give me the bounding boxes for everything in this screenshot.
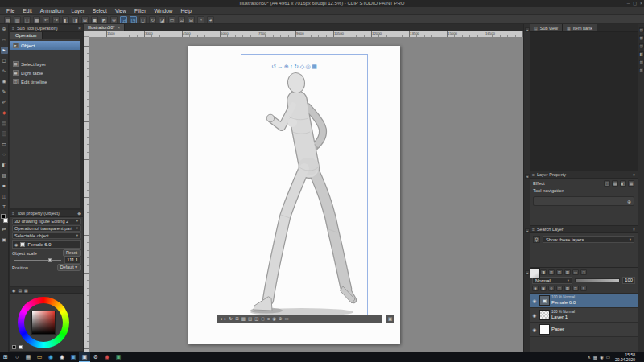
camera-angle-icon[interactable]: ◉ [272,315,276,323]
tray-chevron-icon[interactable]: ∧ [588,355,591,360]
pose-icon[interactable]: ◎ [306,64,311,70]
add-model-icon[interactable]: ⊕ [279,315,283,323]
reset-button[interactable]: Reset [63,249,80,257]
undo-icon[interactable]: ↶ [43,16,50,23]
ruler-top[interactable]: 1500300045006000750090001050012000135001… [89,31,523,37]
flip-view-icon[interactable]: ◪ [159,16,166,23]
subtool-scrollbar[interactable] [80,39,83,208]
dock-quick-access-icon[interactable]: ▤ [639,27,644,32]
switch-colors-icon[interactable]: ⇄ [1,226,8,233]
rotate-view-icon[interactable]: ↻ [149,16,156,23]
move-tool[interactable]: ↔ [1,36,8,43]
timeline-icon[interactable]: ◔ [197,16,204,23]
zoom-tool[interactable]: ⊕ [1,26,8,33]
eyedropper-tool[interactable]: ◉ [1,78,8,85]
ruler-left[interactable] [84,37,89,352]
dock-information-icon[interactable]: ◧ [639,51,644,56]
launcher-end[interactable]: ▣ [386,315,394,323]
task-view-icon[interactable]: ▦ [23,352,34,362]
save-icon[interactable]: ◫ [23,16,31,23]
panel-menu-icon[interactable]: ≡ [532,172,535,177]
object-scale-icon[interactable]: ◇ [300,64,304,70]
prev-pose-icon[interactable]: ◂ [220,315,222,323]
camera-pan-icon[interactable]: ↔ [277,64,283,70]
snap-to-special-ruler-icon[interactable]: ◳ [130,16,137,23]
fill-selection-icon[interactable]: ◩ [101,16,108,23]
tab-close-icon[interactable]: × [118,24,120,31]
subtool-item-light-table[interactable]: ▦Light table [10,68,83,77]
decoration-tool[interactable]: ░ [1,130,8,138]
pen-tool[interactable]: ✎ [1,88,8,96]
clip-studio-paint-icon[interactable]: ▣ [79,352,90,362]
tab-sub-view[interactable]: ▤Sub view [530,24,563,31]
visibility-eye-icon[interactable]: ◉ [14,242,18,247]
preset-dropdown[interactable]: 3D drawing figure Editing 2 ▾ [12,218,80,224]
text-tool[interactable]: T [1,204,8,211]
snap-to-ruler-icon[interactable]: ◲ [120,16,127,23]
panel-menu-icon[interactable]: ≡ [12,26,14,31]
menu-layer[interactable]: Layer [68,7,89,15]
menu-view[interactable]: View [111,7,130,15]
visibility-eye-icon[interactable]: ◉ [531,298,538,303]
model-list-icon[interactable]: ◻ [261,315,265,323]
taskbar-clock[interactable]: 15:58 20.04.2020 [613,352,638,362]
lock-transparent-icon[interactable]: ⊘ [548,286,555,291]
open-icon[interactable]: ▥ [14,16,21,23]
rotate-model-icon[interactable]: ↻ [229,315,233,323]
recorder-icon[interactable]: ◉ [101,352,113,362]
menu-animation[interactable]: Animation [36,7,68,15]
close-button[interactable]: × [640,0,642,7]
dock-material-icon[interactable]: ▦ [639,35,644,40]
effect-expression-icon[interactable]: ▦ [628,180,634,187]
object-list-row[interactable]: ◉ ✓ Female 6.0 [12,240,80,249]
edge-icon[interactable]: ◉ [45,352,56,362]
store-icon[interactable]: ▣ [113,352,124,362]
object-checkbox[interactable]: ✓ [20,242,25,247]
paste-icon[interactable]: ⊞ [81,16,89,23]
root-move-icon[interactable]: ▦ [312,64,317,70]
subtool-item-select-layer[interactable]: ▤Select layer [10,60,83,68]
scale-value[interactable]: 111.1 [64,257,80,264]
subtool-item-object[interactable]: ▸Object [10,41,83,50]
main-color-chip[interactable] [1,214,6,219]
mail-icon[interactable]: ▣ [68,352,79,362]
battery-icon[interactable]: ▭ [606,355,610,360]
pencil-tool[interactable]: ✐ [1,99,8,106]
subtool-item-edit-timeline[interactable]: ◫Edit timeline [10,77,83,86]
set-ruler-icon[interactable]: ▩ [564,286,571,291]
selectable-object-dropdown[interactable]: Selectable object ▾ [12,232,80,239]
figure-tool[interactable]: ■ [1,183,8,190]
panel-close-icon[interactable]: × [633,227,635,232]
tool-navigation-bar[interactable]: ⊕ [533,196,634,206]
color-set-tab-icon[interactable]: ▦ [24,288,28,293]
eraser-tool[interactable]: ▭ [1,141,8,148]
volume-icon[interactable]: ◉ [600,355,604,360]
network-icon[interactable]: ▦ [593,355,597,360]
layer-merge-icon[interactable]: ▦ [564,269,571,275]
browser-icon[interactable]: ◉ [56,352,68,362]
color-wheel-tab-icon[interactable]: ◉ [12,288,15,293]
frame-icon[interactable]: ▭ [285,315,289,323]
tab-item-bank[interactable]: ▦Item bank [563,24,597,31]
cut-icon[interactable]: ◧ [62,16,69,23]
previous-color-chip[interactable] [19,345,23,349]
lasso-tool[interactable]: ∿ [1,68,8,75]
body-shape-icon[interactable]: ▤ [248,315,252,323]
document-tab[interactable]: Illustration50* × [84,24,125,31]
layer-filter-dropdown[interactable]: Show these layers ▾ [543,236,634,243]
layer-mask-icon[interactable]: ▭ [572,269,579,275]
settings-gear-icon[interactable]: ⚙ [90,352,101,362]
clip-at-layer-icon[interactable]: ◉ [532,286,539,291]
menu-lines-icon[interactable]: ≡ [267,315,270,323]
navigation-zoom-icon[interactable]: ⊕ [627,199,631,204]
gradient-tool[interactable]: ▨ [1,172,8,179]
search-icon[interactable]: ○ [11,352,23,362]
layer-duplicate-icon[interactable]: ⊞ [548,269,555,275]
menu-window[interactable]: Window [150,7,176,15]
current-color-chip[interactable] [12,345,16,349]
fill-tool[interactable]: ◧ [1,162,8,169]
layer-delete-icon[interactable]: ⊟ [556,269,563,275]
pose-library-icon[interactable]: ▦ [242,315,246,323]
delete-icon[interactable]: ▣ [91,16,98,23]
menu-file[interactable]: File [2,7,19,15]
